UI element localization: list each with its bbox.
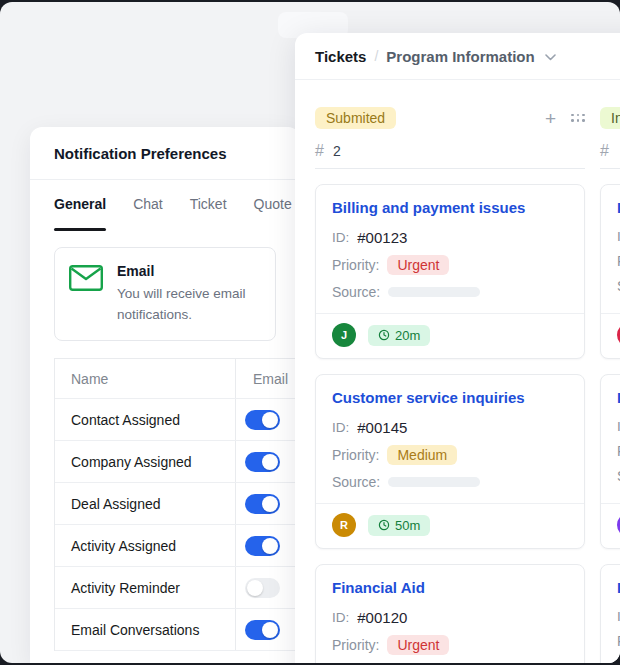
- drag-handle-icon[interactable]: [571, 114, 585, 123]
- tab-quote[interactable]: Quote: [254, 196, 292, 231]
- ticket-card[interactable]: Customer service inquiries ID: #00145 Pr…: [315, 374, 585, 549]
- assignee-avatar: R: [332, 513, 356, 537]
- source-label: Source:: [332, 284, 380, 300]
- ticket-card[interactable]: P ID: Priority: Source:: [600, 184, 620, 359]
- column-header-name: Name: [55, 359, 235, 398]
- table-row: Deal Assigned: [55, 483, 300, 525]
- tab-quote-label: Quote: [254, 196, 292, 212]
- table-row: Activity Reminder: [55, 567, 300, 609]
- id-label: ID:: [332, 230, 349, 245]
- column-count: # 2: [315, 142, 585, 160]
- ticket-title-link[interactable]: Financial Aid: [332, 579, 568, 596]
- setting-toggle-cell: [235, 609, 300, 650]
- column-in-progress: In progress + # P ID: Priority:: [600, 106, 620, 663]
- hash-icon: #: [600, 142, 609, 160]
- time-badge: 50m: [368, 515, 430, 536]
- setting-label: Deal Assigned: [55, 483, 235, 524]
- toggle-deal-assigned[interactable]: [245, 494, 280, 514]
- setting-label: Company Assigned: [55, 441, 235, 482]
- setting-toggle-cell: [235, 567, 300, 608]
- table-row: Contact Assigned: [55, 399, 300, 441]
- ticket-card[interactable]: Financial Aid ID: #00120 Priority: Urgen…: [315, 564, 585, 663]
- ticket-card[interactable]: Billing and payment issues ID: #00123 Pr…: [315, 184, 585, 359]
- tab-underline-placeholder: [133, 228, 163, 231]
- priority-label: Priority:: [332, 447, 379, 463]
- priority-badge: Medium: [387, 445, 457, 465]
- ticket-title-link[interactable]: Customer service inquiries: [332, 389, 568, 406]
- breadcrumb-program-information[interactable]: Program Information: [386, 48, 534, 65]
- source-label: Source:: [332, 474, 380, 490]
- column-header-email: Email: [235, 359, 300, 398]
- setting-label: Activity Reminder: [55, 567, 235, 608]
- envelope-icon: [69, 265, 103, 291]
- ticket-card[interactable]: F ID: Priority: Source:: [600, 374, 620, 549]
- priority-badge: Urgent: [387, 255, 449, 275]
- column-divider: [600, 168, 620, 169]
- add-ticket-button[interactable]: +: [545, 109, 556, 128]
- setting-label: Activity Assigned: [55, 525, 235, 566]
- notification-preferences-title: Notification Preferences: [30, 127, 300, 180]
- notification-tabs: General Chat Ticket Quote: [30, 180, 300, 231]
- setting-toggle-cell: [235, 525, 300, 566]
- notification-preferences-panel: Notification Preferences General Chat Ti…: [30, 127, 300, 663]
- email-channel-heading: Email: [117, 263, 261, 279]
- tab-underline-placeholder: [190, 228, 227, 231]
- toggle-company-assigned[interactable]: [245, 452, 280, 472]
- setting-label: Email Conversations: [55, 609, 235, 650]
- notification-settings-table: Name Email Contact Assigned Company Assi…: [54, 358, 300, 651]
- tickets-breadcrumb: Tickets / Program Information: [295, 33, 620, 80]
- column-submited: Submited + # 2 Billing and payment issue…: [315, 106, 585, 663]
- tab-ticket[interactable]: Ticket: [190, 196, 227, 231]
- tab-chat-label: Chat: [133, 196, 163, 212]
- setting-label: Contact Assigned: [55, 399, 235, 440]
- column-count: #: [600, 142, 620, 160]
- ticket-id: #00145: [357, 419, 407, 436]
- toggle-activity-assigned[interactable]: [245, 536, 280, 556]
- id-label: ID:: [332, 610, 349, 625]
- active-tab-underline: [54, 228, 106, 231]
- email-channel-description: You will receive email notifications.: [117, 283, 261, 325]
- ticket-count: 2: [333, 143, 341, 159]
- ticket-title-link[interactable]: Billing and payment issues: [332, 199, 568, 216]
- breadcrumb-tickets[interactable]: Tickets: [315, 48, 366, 65]
- table-row: Activity Assigned: [55, 525, 300, 567]
- priority-label: Priority:: [332, 637, 379, 653]
- hash-icon: #: [315, 142, 324, 160]
- priority-badge: Urgent: [387, 635, 449, 655]
- setting-toggle-cell: [235, 483, 300, 524]
- toggle-contact-assigned[interactable]: [245, 410, 280, 430]
- app-background: Notification Preferences General Chat Ti…: [0, 2, 620, 663]
- tab-ticket-label: Ticket: [190, 196, 227, 212]
- clock-icon: [378, 519, 390, 531]
- toggle-activity-reminder[interactable]: [245, 578, 280, 598]
- table-header-row: Name Email: [55, 359, 300, 399]
- ticket-id: #00123: [357, 229, 407, 246]
- tab-underline-placeholder: [254, 228, 292, 231]
- breadcrumb-separator: /: [374, 48, 378, 64]
- tab-chat[interactable]: Chat: [133, 196, 163, 231]
- email-channel-card: Email You will receive email notificatio…: [54, 247, 276, 341]
- chevron-down-icon[interactable]: [545, 54, 556, 61]
- tab-general-label: General: [54, 196, 106, 212]
- table-row: Email Conversations: [55, 609, 300, 651]
- assignee-avatar: J: [332, 323, 356, 347]
- time-badge: 20m: [368, 325, 430, 346]
- clock-icon: [378, 329, 390, 341]
- source-skeleton: [388, 287, 480, 297]
- kanban-board: Submited + # 2 Billing and payment issue…: [295, 80, 620, 663]
- setting-toggle-cell: [235, 441, 300, 482]
- time-value: 50m: [395, 518, 420, 533]
- tab-general[interactable]: General: [54, 196, 106, 231]
- table-row: Company Assigned: [55, 441, 300, 483]
- column-divider: [315, 168, 585, 169]
- ticket-card[interactable]: F ID: Priority: Source:: [600, 564, 620, 663]
- tickets-panel: Tickets / Program Information Submited +…: [295, 33, 620, 663]
- toggle-email-conversations[interactable]: [245, 620, 280, 640]
- ticket-id: #00120: [357, 609, 407, 626]
- time-value: 20m: [395, 328, 420, 343]
- column-header: In progress +: [600, 106, 620, 130]
- column-status-badge: In progress: [600, 107, 620, 129]
- source-skeleton: [388, 477, 480, 487]
- setting-toggle-cell: [235, 399, 300, 440]
- column-header: Submited +: [315, 106, 585, 130]
